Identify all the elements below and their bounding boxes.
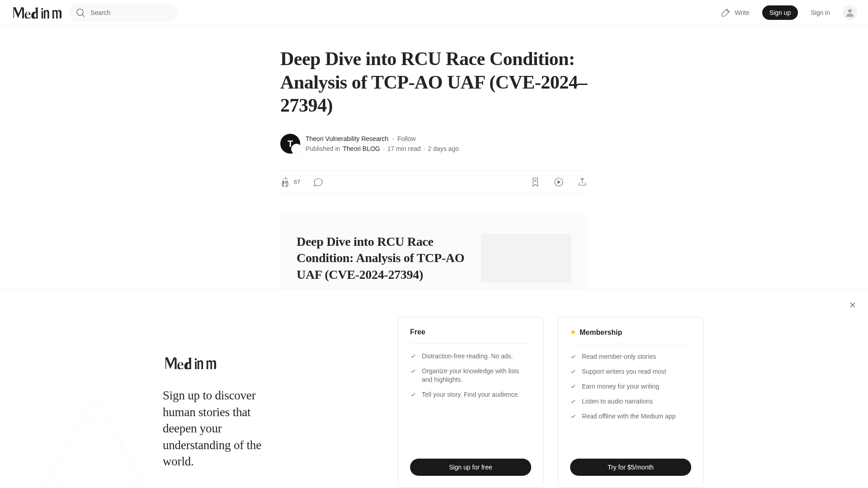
publish-date: 2 days ago — [428, 144, 459, 154]
bookmark-icon — [530, 177, 541, 188]
author-avatar[interactable]: T — [280, 134, 300, 154]
search-box[interactable] — [69, 4, 177, 22]
signup-button[interactable]: Sign up — [762, 5, 798, 20]
article-title: Deep Dive into RCU Race Condition: Analy… — [280, 47, 588, 117]
play-icon — [553, 177, 564, 188]
bookmark-button[interactable] — [530, 177, 541, 188]
hero-card-title: Deep Dive into RCU Race Condition: Analy… — [297, 234, 470, 283]
plan-feature: Support writers you read most — [570, 367, 691, 376]
top-nav: Write Sign up Sign in — [0, 0, 868, 26]
published-in-prefix: Published in — [306, 144, 340, 154]
profile-avatar-button[interactable] — [843, 5, 857, 20]
svg-line-1 — [82, 14, 85, 17]
clap-icon — [280, 177, 291, 188]
plan-feature: Tell your story. Find your audience. — [410, 390, 531, 399]
action-bar: 67 — [280, 170, 588, 194]
byline: T Theori Vulnerability Research · Follow… — [280, 134, 588, 154]
promo-close-button[interactable] — [848, 300, 857, 311]
write-icon — [720, 7, 731, 18]
check-icon — [570, 353, 576, 360]
clap-count: 67 — [294, 178, 300, 185]
clap-button[interactable]: 67 — [280, 177, 300, 188]
signup-promo-overlay: Sign up to discover human stories that d… — [0, 289, 868, 488]
write-label: Write — [735, 9, 749, 16]
medium-logo[interactable] — [11, 7, 61, 19]
plan-membership-title: Membership — [580, 328, 622, 337]
promo-tagline: Sign up to discover human stories that d… — [163, 387, 262, 469]
user-icon — [844, 7, 855, 18]
write-button[interactable]: Write — [720, 7, 749, 18]
svg-point-2 — [848, 9, 852, 13]
star-icon: ✦ — [570, 328, 576, 337]
plan-feature: Organize your knowledge with lists and h… — [410, 367, 531, 384]
read-time: 17 min read — [387, 144, 421, 154]
separator-dot: · — [392, 134, 394, 144]
comment-icon — [313, 177, 324, 188]
listen-button[interactable] — [553, 177, 564, 188]
check-icon — [570, 398, 576, 404]
plan-free-title: Free — [410, 328, 425, 336]
search-input[interactable] — [90, 9, 171, 16]
plan-free-cta[interactable]: Sign up for free — [410, 459, 531, 476]
plan-feature: Listen to audio narrations — [570, 397, 691, 406]
promo-medium-logo — [163, 357, 262, 371]
close-icon — [848, 300, 857, 310]
article-container: Deep Dive into RCU Race Condition: Analy… — [280, 26, 588, 303]
plan-membership: ✦ Membership Read member-only stories Su… — [558, 317, 703, 488]
plan-feature: Read member-only stories — [570, 352, 691, 361]
plan-membership-cta[interactable]: Try for $5/month — [570, 459, 691, 476]
author-link[interactable]: Theori Vulnerability Research — [306, 134, 388, 144]
check-icon — [410, 391, 416, 398]
plan-free: Free Distraction-free reading. No ads. O… — [398, 317, 543, 488]
share-button[interactable] — [577, 177, 588, 188]
search-icon — [75, 7, 86, 18]
check-icon — [570, 413, 576, 419]
check-icon — [410, 368, 416, 374]
plan-feature: Earn money for your writing — [570, 382, 691, 391]
follow-button[interactable]: Follow — [397, 134, 415, 144]
check-icon — [410, 353, 416, 359]
plan-feature: Distraction-free reading. No ads. — [410, 352, 531, 361]
share-icon — [577, 177, 588, 188]
check-icon — [570, 368, 576, 375]
respond-button[interactable] — [313, 177, 324, 188]
plan-feature: Read offline with the Medium app — [570, 412, 691, 421]
svg-point-0 — [77, 9, 83, 15]
check-icon — [570, 383, 576, 389]
hero-card-illustration — [481, 234, 571, 283]
signin-button[interactable]: Sign in — [811, 9, 830, 16]
publication-link[interactable]: Theori BLOG — [343, 144, 380, 154]
